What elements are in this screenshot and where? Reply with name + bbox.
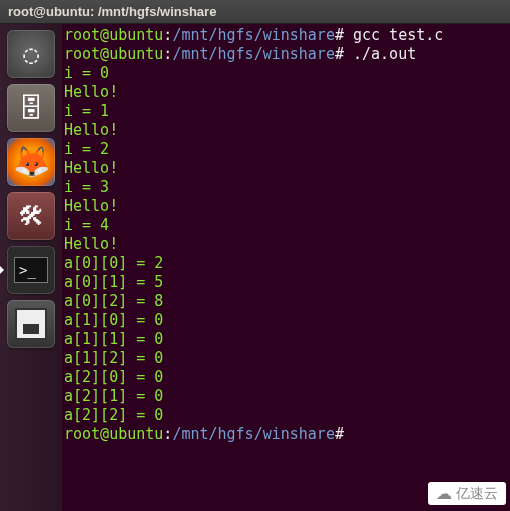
output-line: a[0][1] = 5 <box>64 273 163 291</box>
output-line: a[0][0] = 2 <box>64 254 163 272</box>
terminal-icon[interactable]: >_ <box>7 246 55 294</box>
prompt-path: /mnt/hgfs/winshare <box>172 26 335 44</box>
output-line: Hello! <box>64 235 118 253</box>
cmd-gcc: gcc test.c <box>353 26 443 44</box>
unity-launcher: ◌ 🗄 🦊 🛠 >_ <box>0 24 62 511</box>
cloud-icon: ☁ <box>436 484 452 503</box>
watermark: ☁ 亿速云 <box>428 482 506 505</box>
dash-icon[interactable]: ◌ <box>7 30 55 78</box>
cmd-run: ./a.out <box>353 45 416 63</box>
prompt-sep2: # <box>335 45 344 63</box>
dash-glyph: ◌ <box>23 41 39 67</box>
workarea: ◌ 🗄 🦊 🛠 >_ root@ubuntu:/mnt/hgfs/winshar… <box>0 24 510 511</box>
window-title: root@ubuntu: /mnt/hgfs/winshare <box>8 4 216 19</box>
output-line: Hello! <box>64 121 118 139</box>
output-line: Hello! <box>64 159 118 177</box>
output-line: i = 2 <box>64 140 109 158</box>
prompt-userhost: root@ubuntu <box>64 45 163 63</box>
save-glyph <box>15 308 47 340</box>
output-line: Hello! <box>64 197 118 215</box>
prompt-path: /mnt/hgfs/winshare <box>172 45 335 63</box>
settings-icon[interactable]: 🛠 <box>7 192 55 240</box>
terminal-glyph: >_ <box>14 257 48 283</box>
files-icon[interactable]: 🗄 <box>7 84 55 132</box>
prompt-sep2: # <box>335 26 344 44</box>
output-line: a[1][2] = 0 <box>64 349 163 367</box>
save-icon[interactable] <box>7 300 55 348</box>
terminal-pane[interactable]: root@ubuntu:/mnt/hgfs/winshare# gcc test… <box>62 24 510 511</box>
firefox-glyph: 🦊 <box>13 147 50 177</box>
prompt-userhost: root@ubuntu <box>64 425 163 443</box>
output-line: i = 4 <box>64 216 109 234</box>
watermark-text: 亿速云 <box>456 485 498 503</box>
prompt-sep2: # <box>335 425 344 443</box>
output-line: a[2][1] = 0 <box>64 387 163 405</box>
window-titlebar: root@ubuntu: /mnt/hgfs/winshare <box>0 0 510 24</box>
prompt-path: /mnt/hgfs/winshare <box>172 425 335 443</box>
output-line: a[2][2] = 0 <box>64 406 163 424</box>
output-line: a[1][0] = 0 <box>64 311 163 329</box>
output-line: i = 3 <box>64 178 109 196</box>
files-glyph: 🗄 <box>18 95 44 121</box>
prompt-userhost: root@ubuntu <box>64 26 163 44</box>
output-line: a[2][0] = 0 <box>64 368 163 386</box>
output-line: a[0][2] = 8 <box>64 292 163 310</box>
firefox-icon[interactable]: 🦊 <box>7 138 55 186</box>
output-line: i = 0 <box>64 64 109 82</box>
output-line: a[1][1] = 0 <box>64 330 163 348</box>
settings-glyph: 🛠 <box>18 203 44 229</box>
output-line: Hello! <box>64 83 118 101</box>
output-line: i = 1 <box>64 102 109 120</box>
